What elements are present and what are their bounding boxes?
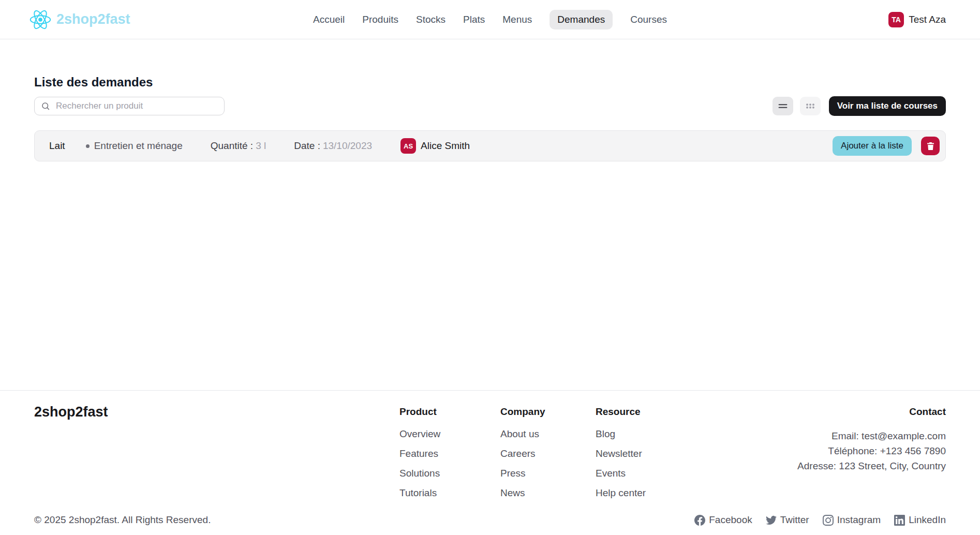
react-atom-icon [29, 9, 52, 30]
footer-link-careers[interactable]: Careers [500, 448, 596, 459]
footer-link-tutorials[interactable]: Tutorials [399, 487, 500, 499]
social-link-instagram[interactable]: Instagram [823, 514, 881, 526]
requester-name: Alice Smith [421, 140, 470, 152]
facebook-icon [694, 515, 705, 526]
footer-link-press[interactable]: Press [500, 468, 596, 479]
footer-link-news[interactable]: News [500, 487, 596, 499]
nav-item-plats[interactable]: Plats [463, 14, 485, 25]
request-category-label: Entretien et ménage [94, 140, 183, 152]
footer-contact: Contact Email: test@example.com Téléphon… [691, 404, 946, 473]
view-shopping-list-button[interactable]: Voir ma liste de courses [829, 96, 946, 116]
quantity-value: 3 l [256, 140, 266, 151]
footer-column-title: Product [399, 406, 500, 418]
request-row: Lait Entretien et ménage Quantité :3 l D… [34, 130, 946, 161]
social-link-linkedin[interactable]: LinkedIn [894, 514, 946, 526]
nav-item-menus[interactable]: Menus [502, 14, 532, 25]
footer-top: 2shop2fast Product Overview Features Sol… [34, 404, 946, 507]
request-date: Date :13/10/2023 [294, 140, 372, 152]
main-nav: Accueil Produits Stocks Plats Menus Dema… [313, 10, 667, 29]
social-links: Facebook Twitter Instagram LinkedIn [694, 514, 946, 526]
footer-link-overview[interactable]: Overview [399, 428, 500, 440]
user-avatar: TA [888, 12, 904, 27]
footer-column-resource: Resource Blog Newsletter Events Help cen… [596, 404, 691, 507]
nav-item-demandes[interactable]: Demandes [550, 10, 613, 29]
footer-column-product: Product Overview Features Solutions Tuto… [399, 404, 500, 507]
footer-link-help-center[interactable]: Help center [596, 487, 691, 499]
footer-link-events[interactable]: Events [596, 468, 691, 479]
main-content: Liste des demandes [0, 39, 980, 390]
toolbar-right: Voir ma liste de courses [773, 96, 946, 116]
footer-link-features[interactable]: Features [399, 448, 500, 459]
request-product: Lait [49, 140, 65, 152]
social-link-facebook[interactable]: Facebook [694, 514, 752, 526]
page-title: Liste des demandes [34, 75, 946, 90]
instagram-icon [823, 515, 834, 526]
footer-contact-title: Contact [691, 406, 946, 418]
twitter-icon [766, 515, 777, 526]
search-icon [41, 101, 50, 111]
date-label: Date : [294, 140, 320, 151]
requester-avatar: AS [400, 138, 416, 154]
brand-logo[interactable]: 2shop2fast [29, 9, 130, 30]
social-link-twitter[interactable]: Twitter [766, 514, 809, 526]
footer-link-about-us[interactable]: About us [500, 428, 596, 440]
copyright-text: © 2025 2shop2fast. All Rights Reserved. [34, 514, 211, 526]
trash-icon [926, 141, 936, 151]
user-name: Test Aza [909, 14, 946, 25]
brand-name: 2shop2fast [56, 11, 130, 27]
request-category: Entretien et ménage [86, 140, 183, 152]
search-box [34, 97, 225, 115]
nav-item-courses[interactable]: Courses [630, 14, 667, 25]
footer-link-newsletter[interactable]: Newsletter [596, 448, 691, 459]
contact-email: Email: test@example.com [691, 428, 946, 443]
list-view-button[interactable] [773, 97, 793, 115]
contact-phone: Téléphone: +123 456 7890 [691, 443, 946, 458]
footer-link-blog[interactable]: Blog [596, 428, 691, 440]
user-menu[interactable]: TA Test Aza [888, 12, 946, 27]
grid-view-button[interactable] [800, 97, 821, 115]
footer-link-solutions[interactable]: Solutions [399, 468, 500, 479]
delete-request-button[interactable] [921, 137, 940, 155]
footer-column-company: Company About us Careers Press News [500, 404, 596, 507]
nav-item-stocks[interactable]: Stocks [416, 14, 446, 25]
bullet-dot-icon [86, 144, 90, 148]
social-label: Twitter [780, 514, 809, 526]
top-navigation-bar: 2shop2fast Accueil Produits Stocks Plats… [0, 0, 980, 39]
request-requester: AS Alice Smith [400, 138, 470, 154]
social-label: Instagram [837, 514, 881, 526]
footer-column-title: Company [500, 406, 596, 418]
search-input[interactable] [55, 100, 218, 112]
add-to-list-button[interactable]: Ajouter à la liste [833, 136, 912, 156]
social-label: Facebook [709, 514, 752, 526]
contact-address: Adresse: 123 Street, City, Country [691, 458, 946, 473]
quantity-label: Quantité : [211, 140, 253, 151]
request-quantity: Quantité :3 l [211, 140, 266, 152]
social-label: LinkedIn [909, 514, 946, 526]
date-value: 13/10/2023 [323, 140, 372, 151]
list-lines-icon [777, 100, 789, 112]
nav-item-produits[interactable]: Produits [362, 14, 398, 25]
footer-bottom: © 2025 2shop2fast. All Rights Reserved. … [34, 514, 946, 526]
footer-column-title: Resource [596, 406, 691, 418]
footer-brand: 2shop2fast [34, 404, 399, 420]
footer: 2shop2fast Product Overview Features Sol… [0, 390, 980, 535]
linkedin-icon [894, 515, 905, 526]
nav-item-accueil[interactable]: Accueil [313, 14, 345, 25]
toolbar: Voir ma liste de courses [34, 96, 946, 116]
dot-grid-icon [805, 100, 816, 112]
